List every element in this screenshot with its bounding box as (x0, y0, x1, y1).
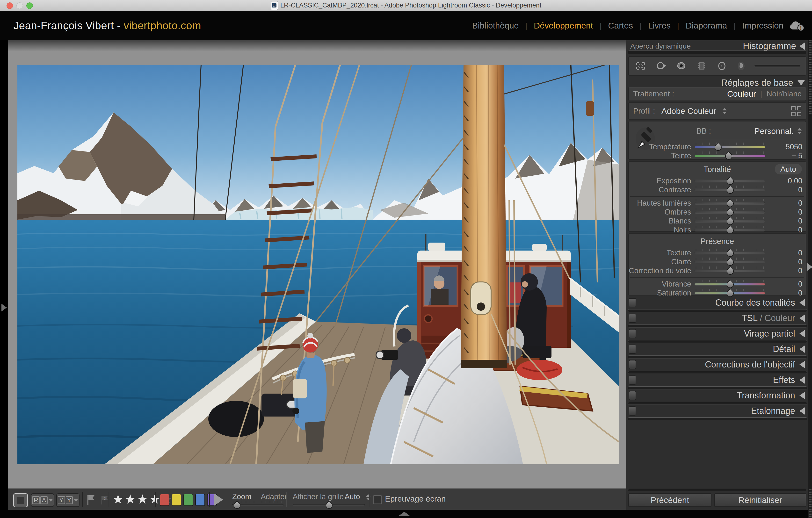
photo-image[interactable] (18, 65, 619, 464)
slider-track-temperature[interactable] (695, 146, 765, 148)
module-bibliotheque[interactable]: Bibliothèque (472, 21, 519, 30)
red-eye-icon[interactable] (675, 59, 688, 72)
collapse-left-arrow-icon[interactable] (800, 376, 805, 384)
slider-track-hautes-lumieres[interactable] (695, 202, 765, 204)
panel-header-transformation[interactable]: Transformation (627, 390, 809, 401)
slider-value[interactable]: 0 (765, 257, 802, 266)
soft-proofing-label[interactable]: Epreuvage écran (385, 494, 446, 504)
grid-opacity-slider[interactable] (293, 504, 365, 506)
auto-tone-button[interactable]: Auto (775, 164, 802, 175)
show-filmstrip-arrow-icon[interactable] (399, 512, 410, 516)
right-panel-edge-strip[interactable] (808, 40, 812, 518)
zoom-label[interactable]: Zoom (232, 492, 251, 501)
panel-toggle-switch[interactable] (629, 375, 636, 385)
collapse-left-arrow-icon[interactable] (800, 42, 805, 50)
resize-grip[interactable] (809, 489, 812, 518)
collapse-left-arrow-icon[interactable] (800, 314, 805, 322)
star-3-icon[interactable]: ★ (137, 492, 149, 506)
adjustment-brush-icon[interactable] (736, 59, 749, 72)
slider-value[interactable]: 0 (765, 199, 802, 208)
slider-track-ombres[interactable] (695, 211, 765, 213)
profile-stepper[interactable] (723, 108, 727, 114)
slider-value[interactable]: 0 (765, 186, 802, 194)
slider-value[interactable]: 0 (765, 267, 802, 275)
color-label-3[interactable] (183, 494, 193, 506)
panel-toggle-switch[interactable] (629, 329, 636, 338)
histogram-title[interactable]: Histogramme (743, 41, 796, 51)
color-label-4[interactable] (195, 494, 205, 506)
panel-header-etalonnage[interactable]: Etalonnage (627, 405, 809, 417)
slider-value[interactable]: 0 (765, 289, 802, 297)
identity-plate[interactable]: Jean-François Vibert - vibertphoto.com (13, 20, 201, 32)
treatment-color-option[interactable]: Couleur (727, 89, 756, 98)
slider-value[interactable]: 5050 (765, 143, 802, 151)
slider-value[interactable]: 0 (765, 249, 802, 257)
slider-track-teinte[interactable] (695, 155, 765, 157)
color-label-2[interactable] (172, 494, 181, 506)
profile-value[interactable]: Adobe Couleur (662, 106, 716, 116)
slider-track-exposition[interactable] (695, 180, 765, 182)
collapse-left-arrow-icon[interactable] (800, 345, 805, 353)
panel-toggle-switch[interactable] (629, 344, 636, 354)
collapse-left-arrow-icon[interactable] (800, 392, 805, 399)
previous-button[interactable]: Précédent (628, 493, 712, 507)
close-window-button[interactable] (6, 2, 13, 9)
zoom-window-button[interactable] (26, 2, 33, 9)
wb-value[interactable]: Personnal. (754, 126, 794, 136)
loupe-view-button[interactable] (13, 493, 28, 507)
grid-value[interactable]: Auto (345, 492, 360, 501)
profile-browser-icon[interactable] (791, 106, 801, 116)
collapse-left-arrow-icon[interactable] (800, 299, 805, 306)
slider-value[interactable]: 0 (765, 226, 802, 234)
panel-toggle-switch[interactable] (629, 314, 636, 323)
slider-track-texture[interactable] (695, 252, 765, 254)
slider-track-vibrance[interactable] (695, 283, 765, 285)
panel-header-courbe-des-tonalites[interactable]: Courbe des tonalités (627, 297, 809, 308)
radial-filter-icon[interactable] (715, 59, 728, 72)
reference-view-dropdown-icon[interactable] (49, 499, 53, 501)
slider-track-blancs[interactable] (695, 220, 765, 222)
sync-cloud-alert-icon[interactable]: ! (789, 20, 805, 31)
crop-overlay-icon[interactable] (634, 59, 647, 72)
panel-toggle-switch[interactable] (629, 406, 636, 416)
slider-thumb[interactable] (725, 176, 735, 186)
hide-right-panel-arrow-icon[interactable] (807, 263, 812, 271)
panel-header-tsl-couleur[interactable]: TSL / Couleur (627, 312, 809, 324)
slider-track-saturation[interactable] (695, 292, 765, 294)
wb-stepper[interactable] (798, 128, 802, 134)
slider-track-noirs[interactable] (695, 229, 765, 231)
panel-toggle-switch[interactable] (629, 360, 636, 369)
show-left-panel-arrow-icon[interactable] (1, 304, 7, 311)
graduated-filter-icon[interactable] (695, 59, 708, 72)
slider-value[interactable]: − 5 (765, 151, 802, 160)
histogram-header[interactable]: Aperçu dynamique Histogramme (627, 40, 809, 52)
slider-track-clarte[interactable] (695, 261, 765, 263)
scrollbar-thumb[interactable] (809, 40, 812, 115)
collapse-left-arrow-icon[interactable] (800, 361, 805, 368)
module-cartes[interactable]: Cartes (608, 21, 633, 30)
spot-removal-icon[interactable] (655, 59, 667, 72)
star-1-icon[interactable]: ★ (112, 492, 125, 506)
slider-track-correction-du-voile[interactable] (695, 270, 765, 272)
panel-header-detail[interactable]: Détail (627, 343, 809, 355)
grid-value-stepper[interactable] (366, 494, 371, 500)
pick-flag-icon[interactable] (86, 494, 96, 506)
collapse-left-arrow-icon[interactable] (800, 407, 805, 415)
fit-label[interactable]: Adapter (261, 492, 287, 501)
compare-view-dropdown-icon[interactable] (74, 499, 78, 501)
treatment-bw-option[interactable]: Noir/blanc (766, 89, 801, 98)
slider-track-contraste[interactable] (695, 189, 765, 191)
panel-header-effets[interactable]: Effets (627, 374, 809, 386)
color-label-1[interactable] (160, 494, 169, 506)
reference-view-button[interactable]: RA (31, 493, 54, 507)
panel-header-corrections-de-l-objectif[interactable]: Corrections de l'objectif (627, 359, 809, 370)
panel-toggle-switch[interactable] (629, 298, 636, 307)
slider-value[interactable]: 0,00 (765, 177, 802, 185)
star-2-icon[interactable]: ★ (125, 492, 137, 506)
reset-button[interactable]: Réinitialiser (714, 493, 806, 507)
module-livres[interactable]: Livres (648, 21, 671, 30)
collapse-down-arrow-icon[interactable] (798, 80, 805, 86)
grid-slider-thumb[interactable] (324, 500, 334, 510)
minimize-window-button[interactable] (17, 2, 23, 9)
slider-value[interactable]: 0 (765, 280, 802, 288)
